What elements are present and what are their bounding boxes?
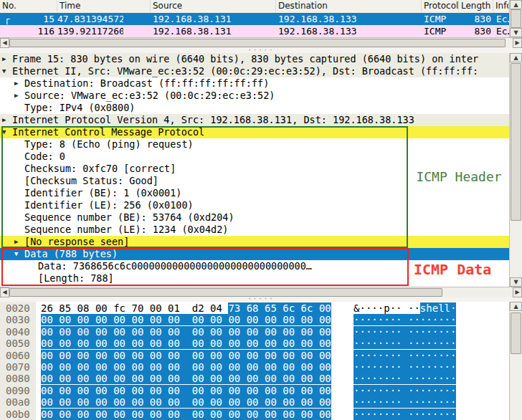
hex-byte[interactable]: 00 (77, 361, 95, 373)
ascii-char[interactable]: · (371, 361, 377, 373)
ascii-char[interactable]: · (390, 373, 396, 384)
hex-byte[interactable]: 00 (228, 326, 246, 338)
detail-row[interactable]: ▶Frame 15: 830 bytes on wire (6640 bits)… (0, 53, 509, 65)
column-header-no[interactable]: No. (0, 0, 57, 12)
ascii-char[interactable]: h (426, 302, 432, 314)
hex-byte[interactable]: 00 (319, 361, 331, 373)
hex-byte[interactable]: 00 (41, 396, 59, 408)
hex-byte[interactable]: 00 (247, 350, 265, 361)
hex-byte[interactable]: 00 (95, 326, 113, 338)
ascii-char[interactable]: · (359, 350, 365, 361)
pane-splitter-handle[interactable]: ····· (0, 48, 522, 53)
hex-byte[interactable]: 00 (59, 338, 77, 349)
hex-byte[interactable]: 00 (150, 396, 168, 408)
ascii-char[interactable]: · (396, 350, 402, 361)
hex-byte[interactable]: 00 (301, 314, 319, 325)
hex-byte[interactable]: 00 (210, 396, 228, 408)
hex-row[interactable]: 006000 00 00 00 00 00 00 00 00 00 00 00 … (0, 350, 509, 361)
hex-byte[interactable]: 00 (265, 338, 283, 349)
ascii-char[interactable]: · (445, 361, 450, 373)
detail-row[interactable]: ▼Internet Control Message Protocol (0, 126, 509, 138)
column-header-protocol[interactable]: Protocol (422, 0, 459, 12)
ascii-char[interactable]: · (445, 350, 450, 361)
ascii-char[interactable]: · (384, 361, 389, 373)
ascii-char[interactable]: · (384, 338, 389, 349)
ascii-char[interactable]: · (396, 326, 402, 338)
hex-byte[interactable]: 00 (265, 385, 283, 396)
ascii-char[interactable] (402, 373, 408, 384)
detail-row[interactable]: ▼Ethernet II, Src: VMware_ec:e3:52 (00:0… (0, 65, 509, 77)
hex-byte[interactable]: 00 (150, 350, 168, 361)
hex-byte[interactable]: 00 (319, 338, 331, 349)
hex-byte[interactable]: 00 (228, 314, 246, 325)
ascii-char[interactable]: · (432, 373, 438, 384)
hex-byte[interactable]: 65 (265, 302, 283, 314)
ascii-char[interactable]: · (450, 361, 456, 373)
hex-byte[interactable]: 00 (247, 373, 265, 384)
hex-byte[interactable]: 00 (131, 361, 149, 373)
ascii-char[interactable]: · (390, 385, 396, 396)
hex-byte[interactable]: 00 (113, 396, 131, 408)
hex-byte[interactable]: 00 (168, 409, 192, 420)
hex-byte[interactable]: 00 (228, 361, 246, 373)
hex-byte[interactable]: 00 (95, 396, 113, 408)
hex-byte[interactable]: 00 (301, 338, 319, 349)
ascii-char[interactable]: · (390, 396, 396, 408)
hex-byte[interactable]: 00 (210, 350, 228, 361)
ascii-char[interactable]: · (384, 385, 389, 396)
hex-byte[interactable]: 00 (247, 326, 265, 338)
detail-row[interactable]: ▶[No response seen] (0, 236, 509, 248)
hex-byte[interactable]: 00 (192, 409, 210, 420)
hex-byte[interactable]: 00 (59, 385, 77, 396)
hex-row[interactable]: 009000 00 00 00 00 00 00 00 00 00 00 00 … (0, 385, 509, 396)
hex-row[interactable]: 00b000 00 00 00 00 00 00 00 00 00 00 00 … (0, 409, 509, 420)
hex-byte[interactable]: 00 (319, 385, 331, 396)
column-header-source[interactable]: Source (151, 0, 276, 12)
detail-row[interactable]: ▶Destination: Broadcast (ff:ff:ff:ff:ff:… (0, 77, 509, 90)
ascii-char[interactable]: · (378, 302, 384, 314)
scroll-down-icon[interactable]: ▼ (510, 28, 522, 37)
hex-byte[interactable]: 00 (150, 302, 168, 314)
hex-byte[interactable]: 00 (265, 361, 283, 373)
hex-byte[interactable]: 00 (113, 361, 131, 373)
detail-row[interactable]: Identifier (LE): 256 (0x0100) (0, 199, 509, 211)
ascii-char[interactable]: · (432, 314, 438, 325)
ascii-char[interactable]: · (371, 373, 377, 384)
hex-byte[interactable]: 00 (59, 409, 77, 420)
ascii-char[interactable]: · (450, 396, 456, 408)
hex-byte[interactable]: 00 (95, 361, 113, 373)
hex-byte[interactable]: 00 (95, 409, 113, 420)
hex-byte[interactable]: 00 (283, 314, 300, 325)
scroll-right-icon[interactable]: ▶ (513, 287, 522, 297)
hex-byte[interactable]: 00 (131, 338, 149, 349)
hex-byte[interactable]: 08 (77, 302, 95, 314)
ascii-char[interactable]: · (445, 409, 450, 420)
ascii-char[interactable]: · (420, 409, 426, 420)
ascii-char[interactable]: · (378, 338, 384, 349)
scroll-up-icon[interactable]: ▲ (510, 53, 522, 62)
ascii-char[interactable]: · (414, 338, 419, 349)
hex-byte[interactable]: 00 (168, 385, 192, 396)
ascii-char[interactable]: · (371, 302, 377, 314)
hex-byte[interactable]: 00 (301, 396, 319, 408)
hex-byte[interactable]: 73 (228, 302, 246, 314)
hex-byte[interactable]: 00 (228, 338, 246, 349)
ascii-char[interactable]: · (359, 373, 365, 384)
hex-byte[interactable]: 00 (319, 302, 331, 314)
detail-row[interactable]: Identifier (BE): 1 (0x0001) (0, 187, 509, 199)
ascii-char[interactable]: · (390, 350, 396, 361)
expander-open-icon[interactable]: ▼ (14, 248, 18, 260)
hex-byte[interactable]: 00 (247, 314, 265, 325)
hex-byte[interactable]: 6c (301, 302, 319, 314)
hex-byte[interactable]: 00 (150, 373, 168, 384)
ascii-char[interactable]: · (414, 396, 419, 408)
hex-byte[interactable]: 00 (283, 361, 300, 373)
hex-byte[interactable]: 00 (168, 326, 192, 338)
ascii-char[interactable]: · (414, 361, 419, 373)
ascii-char[interactable]: · (414, 409, 419, 420)
ascii-char[interactable]: e (432, 302, 438, 314)
hex-byte[interactable]: 00 (210, 361, 228, 373)
hex-byte[interactable]: 00 (319, 314, 331, 325)
ascii-char[interactable]: · (445, 373, 450, 384)
hex-byte[interactable]: 00 (265, 373, 283, 384)
